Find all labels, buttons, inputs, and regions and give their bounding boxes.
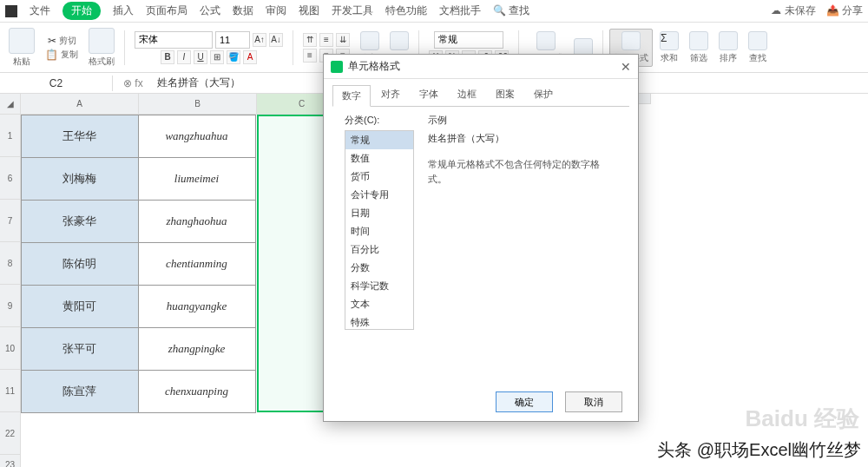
col-header[interactable]: A bbox=[21, 94, 139, 115]
category-item[interactable]: 日期 bbox=[345, 204, 413, 222]
cell[interactable]: zhangpingke bbox=[138, 327, 256, 371]
tab-protect[interactable]: 保护 bbox=[525, 84, 562, 106]
row-headers: ◢ 1 6 7 8 9 10 11 22 23 25 bbox=[0, 94, 21, 467]
tab-align[interactable]: 对齐 bbox=[372, 84, 409, 106]
menu-find[interactable]: 🔍 查找 bbox=[493, 3, 529, 18]
copy-icon[interactable]: 📋 bbox=[45, 49, 58, 61]
cell[interactable]: 王华华 bbox=[21, 115, 139, 158]
merge-icon[interactable] bbox=[360, 31, 379, 50]
cancel-button[interactable]: 取消 bbox=[565, 391, 622, 412]
wrap-icon[interactable] bbox=[390, 31, 409, 50]
tab-border[interactable]: 边框 bbox=[449, 84, 485, 106]
cell[interactable]: zhanghaohua bbox=[138, 200, 256, 243]
format-painter-icon[interactable] bbox=[89, 28, 115, 54]
cell[interactable]: wangzhuahua bbox=[138, 115, 256, 158]
cell[interactable]: 陈佑明 bbox=[21, 242, 139, 286]
row-header[interactable]: 7 bbox=[0, 200, 21, 242]
cell[interactable]: 黄阳可 bbox=[21, 285, 139, 328]
dialog-titlebar: 单元格格式 ✕ bbox=[324, 55, 638, 79]
tab-font[interactable]: 字体 bbox=[411, 84, 447, 106]
col-header[interactable]: B bbox=[139, 94, 257, 115]
dialog-title: 单元格格式 bbox=[348, 59, 400, 74]
name-box[interactable]: C2 bbox=[0, 76, 113, 91]
category-item[interactable]: 科学记数 bbox=[345, 277, 413, 295]
font-color-icon[interactable]: A bbox=[243, 50, 257, 64]
tab-fill[interactable]: 图案 bbox=[487, 84, 523, 106]
paste-label: 粘贴 bbox=[13, 56, 30, 68]
cut-icon[interactable]: ✂ bbox=[48, 35, 56, 47]
increase-font-icon[interactable]: A↑ bbox=[253, 33, 266, 47]
menu-unsaved[interactable]: ☁ 未保存 bbox=[771, 3, 815, 18]
preview-label: 示例 bbox=[428, 114, 617, 127]
row-header[interactable]: 23 bbox=[0, 455, 21, 467]
sum-icon[interactable]: Σ bbox=[660, 31, 679, 50]
row-header[interactable]: 6 bbox=[0, 157, 21, 200]
cell[interactable]: liumeimei bbox=[138, 157, 256, 201]
cell[interactable]: chenxuanping bbox=[138, 370, 256, 413]
menu-data[interactable]: 数据 bbox=[233, 3, 253, 18]
border-icon[interactable]: ⊞ bbox=[210, 50, 224, 64]
cell[interactable]: 刘梅梅 bbox=[21, 157, 139, 201]
menu-layout[interactable]: 页面布局 bbox=[146, 3, 187, 18]
align-top-icon[interactable]: ⇈ bbox=[303, 33, 317, 47]
cond-format-icon[interactable] bbox=[536, 31, 556, 50]
menu-help[interactable]: 文档批手 bbox=[439, 3, 481, 18]
cell[interactable]: chentianming bbox=[138, 242, 256, 286]
decrease-font-icon[interactable]: A↓ bbox=[269, 33, 283, 47]
menu-start[interactable]: 开始 bbox=[62, 2, 101, 20]
sort-icon[interactable] bbox=[719, 31, 738, 50]
filter-icon[interactable] bbox=[689, 31, 708, 50]
category-list[interactable]: 常规 数值 货币 会计专用 日期 时间 百分比 分数 科学记数 文本 特殊 自定… bbox=[345, 130, 414, 330]
menu-review[interactable]: 审阅 bbox=[266, 3, 286, 18]
select-all-corner[interactable]: ◢ bbox=[0, 94, 21, 115]
category-item[interactable]: 会计专用 bbox=[345, 186, 413, 204]
category-item[interactable]: 分数 bbox=[345, 259, 413, 277]
category-item[interactable]: 数值 bbox=[345, 149, 413, 168]
row-header[interactable]: 8 bbox=[0, 242, 21, 285]
category-item[interactable]: 常规 bbox=[345, 131, 413, 149]
fill-color-icon[interactable]: 🪣 bbox=[227, 50, 240, 64]
menu-formula[interactable]: 公式 bbox=[200, 3, 220, 18]
cell[interactable]: huangyangke bbox=[138, 285, 256, 328]
category-label: 分类(C): bbox=[345, 114, 414, 127]
cell[interactable]: 张平可 bbox=[21, 327, 139, 371]
font-name-input[interactable] bbox=[135, 31, 213, 49]
tab-number[interactable]: 数字 bbox=[332, 85, 371, 107]
app-logo-icon bbox=[5, 5, 17, 17]
font-size-input[interactable] bbox=[215, 31, 250, 49]
menu-dev[interactable]: 开发工具 bbox=[332, 3, 373, 18]
row-header[interactable]: 1 bbox=[0, 115, 21, 157]
menu-bar: 文件 开始 插入 页面布局 公式 数据 审阅 视图 开发工具 特色功能 文档批手… bbox=[0, 0, 868, 23]
align-bot-icon[interactable]: ⇊ bbox=[336, 33, 350, 47]
ok-button[interactable]: 确定 bbox=[496, 391, 553, 412]
row-header[interactable]: 11 bbox=[0, 370, 21, 412]
close-icon[interactable]: ✕ bbox=[621, 60, 631, 74]
find-icon[interactable] bbox=[748, 31, 767, 50]
paste-icon[interactable] bbox=[9, 28, 35, 54]
align-mid-icon[interactable]: ≡ bbox=[319, 33, 333, 47]
bold-icon[interactable]: B bbox=[161, 50, 174, 64]
row-header[interactable]: 9 bbox=[0, 285, 21, 327]
menu-share[interactable]: 📤 分享 bbox=[826, 3, 863, 18]
category-item[interactable]: 百分比 bbox=[345, 240, 413, 259]
row-header[interactable]: 22 bbox=[0, 412, 21, 455]
menu-addin[interactable]: 特色功能 bbox=[385, 3, 427, 18]
align-left-icon[interactable]: ≡ bbox=[303, 49, 317, 62]
row-header[interactable]: 10 bbox=[0, 327, 21, 370]
category-item[interactable]: 时间 bbox=[345, 222, 413, 240]
category-item[interactable]: 特殊 bbox=[345, 313, 413, 330]
italic-icon[interactable]: I bbox=[177, 50, 191, 64]
category-item[interactable]: 货币 bbox=[345, 168, 413, 186]
menu-file[interactable]: 文件 bbox=[30, 3, 50, 18]
formula-input[interactable]: 姓名拼音（大写） bbox=[154, 76, 244, 90]
fx-icon[interactable]: ⊗ fx bbox=[113, 77, 154, 89]
dialog-tabs: 数字 对齐 字体 边框 图案 保护 bbox=[324, 79, 638, 106]
cell[interactable]: 陈宣萍 bbox=[21, 370, 139, 413]
dialog-icon bbox=[331, 61, 343, 73]
number-format-select[interactable] bbox=[434, 31, 503, 49]
underline-icon[interactable]: U bbox=[194, 50, 207, 64]
category-item[interactable]: 文本 bbox=[345, 295, 413, 313]
cell[interactable]: 张豪华 bbox=[21, 200, 139, 243]
menu-view[interactable]: 视图 bbox=[299, 3, 319, 18]
menu-insert[interactable]: 插入 bbox=[113, 3, 134, 18]
